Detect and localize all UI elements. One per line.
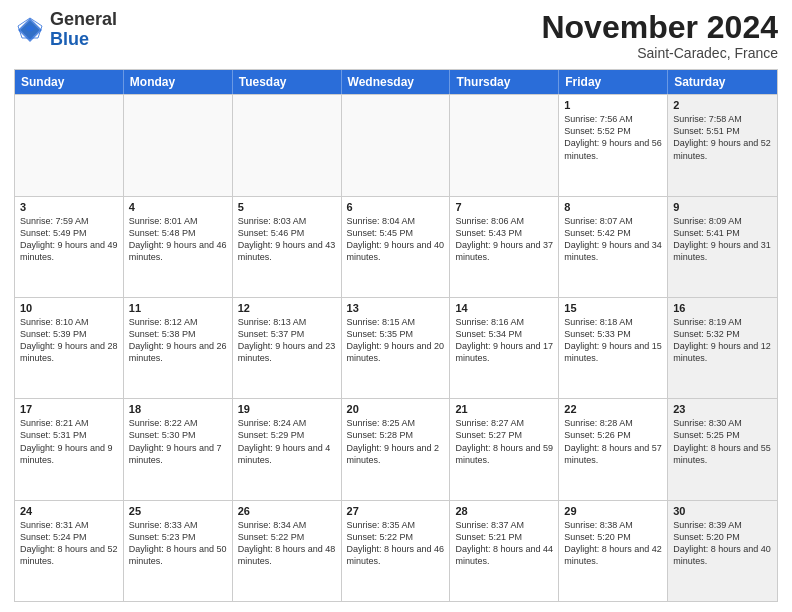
day-cell-5: 5Sunrise: 8:03 AM Sunset: 5:46 PM Daylig… — [233, 197, 342, 297]
day-cell-16: 16Sunrise: 8:19 AM Sunset: 5:32 PM Dayli… — [668, 298, 777, 398]
day-number: 1 — [564, 99, 662, 111]
day-info: Sunrise: 8:21 AM Sunset: 5:31 PM Dayligh… — [20, 417, 118, 466]
day-cell-17: 17Sunrise: 8:21 AM Sunset: 5:31 PM Dayli… — [15, 399, 124, 499]
day-cell-28: 28Sunrise: 8:37 AM Sunset: 5:21 PM Dayli… — [450, 501, 559, 601]
weekday-header-thursday: Thursday — [450, 70, 559, 94]
day-info: Sunrise: 8:18 AM Sunset: 5:33 PM Dayligh… — [564, 316, 662, 365]
empty-cell-0-0 — [15, 95, 124, 195]
day-info: Sunrise: 8:01 AM Sunset: 5:48 PM Dayligh… — [129, 215, 227, 264]
day-cell-1: 1Sunrise: 7:56 AM Sunset: 5:52 PM Daylig… — [559, 95, 668, 195]
calendar-header: SundayMondayTuesdayWednesdayThursdayFrid… — [15, 70, 777, 94]
day-cell-6: 6Sunrise: 8:04 AM Sunset: 5:45 PM Daylig… — [342, 197, 451, 297]
day-info: Sunrise: 8:28 AM Sunset: 5:26 PM Dayligh… — [564, 417, 662, 466]
day-info: Sunrise: 8:31 AM Sunset: 5:24 PM Dayligh… — [20, 519, 118, 568]
day-number: 3 — [20, 201, 118, 213]
day-number: 6 — [347, 201, 445, 213]
day-cell-23: 23Sunrise: 8:30 AM Sunset: 5:25 PM Dayli… — [668, 399, 777, 499]
day-info: Sunrise: 7:58 AM Sunset: 5:51 PM Dayligh… — [673, 113, 772, 162]
day-cell-2: 2Sunrise: 7:58 AM Sunset: 5:51 PM Daylig… — [668, 95, 777, 195]
weekday-header-saturday: Saturday — [668, 70, 777, 94]
day-cell-30: 30Sunrise: 8:39 AM Sunset: 5:20 PM Dayli… — [668, 501, 777, 601]
day-number: 28 — [455, 505, 553, 517]
day-cell-20: 20Sunrise: 8:25 AM Sunset: 5:28 PM Dayli… — [342, 399, 451, 499]
day-number: 19 — [238, 403, 336, 415]
day-number: 16 — [673, 302, 772, 314]
day-number: 24 — [20, 505, 118, 517]
logo: General Blue — [14, 10, 117, 50]
day-number: 10 — [20, 302, 118, 314]
day-cell-25: 25Sunrise: 8:33 AM Sunset: 5:23 PM Dayli… — [124, 501, 233, 601]
day-info: Sunrise: 8:09 AM Sunset: 5:41 PM Dayligh… — [673, 215, 772, 264]
day-info: Sunrise: 8:24 AM Sunset: 5:29 PM Dayligh… — [238, 417, 336, 466]
calendar: SundayMondayTuesdayWednesdayThursdayFrid… — [14, 69, 778, 602]
empty-cell-0-1 — [124, 95, 233, 195]
day-info: Sunrise: 7:56 AM Sunset: 5:52 PM Dayligh… — [564, 113, 662, 162]
day-number: 17 — [20, 403, 118, 415]
day-cell-13: 13Sunrise: 8:15 AM Sunset: 5:35 PM Dayli… — [342, 298, 451, 398]
day-info: Sunrise: 8:30 AM Sunset: 5:25 PM Dayligh… — [673, 417, 772, 466]
day-info: Sunrise: 8:06 AM Sunset: 5:43 PM Dayligh… — [455, 215, 553, 264]
day-info: Sunrise: 7:59 AM Sunset: 5:49 PM Dayligh… — [20, 215, 118, 264]
calendar-row-4: 24Sunrise: 8:31 AM Sunset: 5:24 PM Dayli… — [15, 500, 777, 601]
day-cell-24: 24Sunrise: 8:31 AM Sunset: 5:24 PM Dayli… — [15, 501, 124, 601]
day-info: Sunrise: 8:34 AM Sunset: 5:22 PM Dayligh… — [238, 519, 336, 568]
calendar-row-3: 17Sunrise: 8:21 AM Sunset: 5:31 PM Dayli… — [15, 398, 777, 499]
logo-icon — [14, 14, 46, 46]
day-number: 20 — [347, 403, 445, 415]
title-block: November 2024 Saint-Caradec, France — [541, 10, 778, 61]
day-info: Sunrise: 8:35 AM Sunset: 5:22 PM Dayligh… — [347, 519, 445, 568]
day-number: 2 — [673, 99, 772, 111]
day-number: 15 — [564, 302, 662, 314]
day-info: Sunrise: 8:12 AM Sunset: 5:38 PM Dayligh… — [129, 316, 227, 365]
calendar-row-2: 10Sunrise: 8:10 AM Sunset: 5:39 PM Dayli… — [15, 297, 777, 398]
day-number: 14 — [455, 302, 553, 314]
day-number: 4 — [129, 201, 227, 213]
location: Saint-Caradec, France — [541, 45, 778, 61]
day-number: 7 — [455, 201, 553, 213]
day-info: Sunrise: 8:10 AM Sunset: 5:39 PM Dayligh… — [20, 316, 118, 365]
day-info: Sunrise: 8:13 AM Sunset: 5:37 PM Dayligh… — [238, 316, 336, 365]
day-number: 30 — [673, 505, 772, 517]
weekday-header-tuesday: Tuesday — [233, 70, 342, 94]
day-info: Sunrise: 8:15 AM Sunset: 5:35 PM Dayligh… — [347, 316, 445, 365]
day-number: 23 — [673, 403, 772, 415]
day-info: Sunrise: 8:39 AM Sunset: 5:20 PM Dayligh… — [673, 519, 772, 568]
day-cell-15: 15Sunrise: 8:18 AM Sunset: 5:33 PM Dayli… — [559, 298, 668, 398]
day-number: 21 — [455, 403, 553, 415]
day-cell-29: 29Sunrise: 8:38 AM Sunset: 5:20 PM Dayli… — [559, 501, 668, 601]
day-number: 12 — [238, 302, 336, 314]
day-info: Sunrise: 8:38 AM Sunset: 5:20 PM Dayligh… — [564, 519, 662, 568]
day-cell-12: 12Sunrise: 8:13 AM Sunset: 5:37 PM Dayli… — [233, 298, 342, 398]
day-info: Sunrise: 8:33 AM Sunset: 5:23 PM Dayligh… — [129, 519, 227, 568]
day-cell-8: 8Sunrise: 8:07 AM Sunset: 5:42 PM Daylig… — [559, 197, 668, 297]
day-cell-3: 3Sunrise: 7:59 AM Sunset: 5:49 PM Daylig… — [15, 197, 124, 297]
page: General Blue November 2024 Saint-Caradec… — [0, 0, 792, 612]
day-cell-18: 18Sunrise: 8:22 AM Sunset: 5:30 PM Dayli… — [124, 399, 233, 499]
day-number: 25 — [129, 505, 227, 517]
calendar-row-1: 3Sunrise: 7:59 AM Sunset: 5:49 PM Daylig… — [15, 196, 777, 297]
day-number: 8 — [564, 201, 662, 213]
logo-blue: Blue — [50, 29, 89, 49]
day-number: 9 — [673, 201, 772, 213]
day-number: 11 — [129, 302, 227, 314]
day-number: 29 — [564, 505, 662, 517]
weekday-header-wednesday: Wednesday — [342, 70, 451, 94]
day-cell-11: 11Sunrise: 8:12 AM Sunset: 5:38 PM Dayli… — [124, 298, 233, 398]
day-info: Sunrise: 8:03 AM Sunset: 5:46 PM Dayligh… — [238, 215, 336, 264]
day-number: 26 — [238, 505, 336, 517]
day-cell-21: 21Sunrise: 8:27 AM Sunset: 5:27 PM Dayli… — [450, 399, 559, 499]
day-cell-22: 22Sunrise: 8:28 AM Sunset: 5:26 PM Dayli… — [559, 399, 668, 499]
day-cell-19: 19Sunrise: 8:24 AM Sunset: 5:29 PM Dayli… — [233, 399, 342, 499]
day-cell-26: 26Sunrise: 8:34 AM Sunset: 5:22 PM Dayli… — [233, 501, 342, 601]
empty-cell-0-4 — [450, 95, 559, 195]
logo-text: General Blue — [50, 10, 117, 50]
month-title: November 2024 — [541, 10, 778, 45]
day-number: 22 — [564, 403, 662, 415]
day-info: Sunrise: 8:19 AM Sunset: 5:32 PM Dayligh… — [673, 316, 772, 365]
empty-cell-0-2 — [233, 95, 342, 195]
day-number: 18 — [129, 403, 227, 415]
weekday-header-friday: Friday — [559, 70, 668, 94]
day-number: 13 — [347, 302, 445, 314]
day-info: Sunrise: 8:37 AM Sunset: 5:21 PM Dayligh… — [455, 519, 553, 568]
day-info: Sunrise: 8:27 AM Sunset: 5:27 PM Dayligh… — [455, 417, 553, 466]
